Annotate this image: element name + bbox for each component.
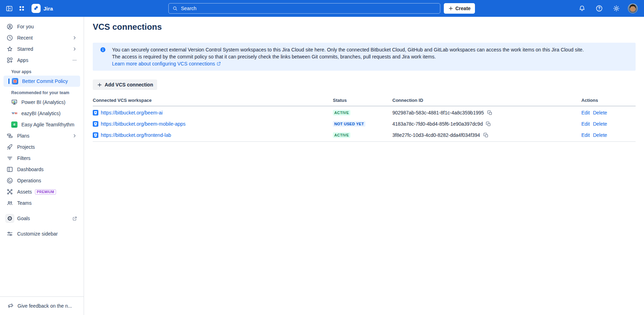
sidebar-item-label: Operations (17, 178, 41, 183)
edit-link[interactable]: Edit (581, 110, 590, 115)
premium-badge: PREMIUM (35, 189, 56, 195)
status-badge: NOT USED YET (333, 121, 365, 127)
search-icon (172, 6, 178, 11)
delete-link[interactable]: Delete (593, 110, 607, 115)
sidebar-item-label: For you (17, 24, 34, 29)
sidebar-item-recent[interactable]: Recent (4, 32, 80, 43)
sidebar-item-plans[interactable]: Plans (4, 130, 80, 141)
goals-target-icon (5, 214, 14, 223)
clock-icon (6, 34, 13, 41)
sidebar-item-starred[interactable]: Starred (4, 43, 80, 55)
better-commit-policy-icon (12, 78, 18, 84)
sidebar-item-easy-agile-teamrhythm[interactable]: e Easy Agile TeamRhythm (4, 119, 80, 130)
dashboard-icon (6, 166, 13, 173)
your-apps-section-label: Your apps (11, 69, 80, 74)
learn-more-label: Learn more about configuring VCS connect… (112, 60, 215, 67)
table-body: https://bitbucket.org/beem-ai ACTIVE 902… (93, 106, 636, 142)
sidebar-item-power-bi[interactable]: Power BI (Analytics) (4, 97, 80, 108)
main-content: VCS connections You can securely connect… (84, 17, 644, 315)
banner-line-2: The access is required by the commit pol… (112, 53, 584, 60)
app-name: Jira (43, 6, 53, 12)
topbar-left-cluster: Jira (4, 0, 53, 17)
global-search[interactable] (168, 3, 440, 14)
svg-text:e: e (13, 122, 15, 126)
sidebar-item-filters[interactable]: Filters (4, 153, 80, 164)
chevron-right-icon[interactable] (72, 35, 77, 41)
settings-button[interactable] (611, 3, 622, 14)
collapse-sidebar-icon (6, 5, 13, 12)
question-circle-icon (595, 5, 603, 12)
chevron-right-icon[interactable] (72, 133, 77, 139)
jira-home-logo[interactable]: Jira (31, 4, 53, 13)
app-switcher-button[interactable] (16, 3, 27, 14)
create-button[interactable]: Create (444, 3, 475, 14)
sidebar-item-label: Goals (17, 216, 30, 221)
help-button[interactable] (594, 3, 605, 14)
user-avatar[interactable] (628, 4, 638, 13)
sidebar-item-label: Assets (17, 189, 32, 195)
info-banner: You can securely connect external Versio… (93, 43, 636, 71)
edit-link[interactable]: Edit (581, 121, 590, 127)
col-header-connection-id: Connection ID (392, 98, 581, 103)
megaphone-icon (7, 302, 14, 309)
info-icon (100, 46, 106, 67)
table-row: https://bitbucket.org/frontend-lab ACTIV… (93, 130, 636, 141)
topbar-right-cluster (576, 0, 644, 17)
bitbucket-icon (93, 110, 98, 115)
banner-line-1: You can securely connect external Versio… (112, 46, 584, 53)
sidebar-item-projects[interactable]: Projects (4, 141, 80, 153)
top-navigation-bar: Jira Create (0, 0, 644, 17)
sidebar-item-label: Customize sidebar (17, 231, 58, 237)
workspace-link[interactable]: https://bitbucket.org/frontend-lab (101, 132, 171, 138)
gear-icon (612, 5, 620, 12)
copy-connection-id-button[interactable] (486, 121, 491, 127)
eazybi-icon: BI (11, 110, 18, 117)
sidebar-item-for-you[interactable]: For you (4, 21, 80, 32)
sidebar-item-eazybi[interactable]: BI eazyBI (Analytics) (4, 108, 80, 119)
workspace-link[interactable]: https://bitbucket.org/beem-mobile-apps (101, 121, 186, 127)
sidebar-item-operations[interactable]: Operations (4, 175, 80, 186)
copy-connection-id-button[interactable] (483, 133, 489, 138)
copy-connection-id-button[interactable] (487, 110, 492, 115)
vcs-connections-table: Connected VCS workspace Status Connectio… (93, 98, 636, 142)
collapse-sidebar-button[interactable] (4, 3, 15, 14)
search-input[interactable] (180, 5, 436, 12)
sliders-icon (6, 230, 13, 237)
plus-icon (448, 6, 454, 11)
page-title: VCS connections (93, 22, 636, 32)
edit-link[interactable]: Edit (581, 132, 590, 138)
sidebar-item-dashboards[interactable]: Dashboards (4, 164, 80, 175)
more-icon[interactable] (72, 57, 77, 63)
sidebar-item-assets[interactable]: Assets PREMIUM (4, 186, 80, 197)
sidebar-item-label: Starred (17, 46, 33, 52)
connection-id: 3f8e27fc-10d3-4cd0-8282-dda4f034f394 (392, 132, 480, 138)
app-switcher-icon (18, 5, 25, 12)
sidebar-item-customize[interactable]: Customize sidebar (4, 228, 80, 239)
sidebar-item-better-commit-policy[interactable]: Better Commit Policy (4, 76, 80, 87)
teams-icon (6, 200, 13, 206)
delete-link[interactable]: Delete (593, 132, 607, 138)
workspace-link[interactable]: https://bitbucket.org/beem-ai (101, 110, 163, 115)
filter-icon (6, 155, 13, 162)
delete-link[interactable]: Delete (593, 121, 607, 127)
status-badge: ACTIVE (333, 132, 350, 138)
learn-more-link[interactable]: Learn more about configuring VCS connect… (112, 60, 221, 67)
apps-grid-icon (6, 57, 13, 64)
sidebar-item-apps[interactable]: Apps (4, 55, 80, 66)
sidebar-item-teams[interactable]: Teams (4, 197, 80, 209)
col-header-workspace: Connected VCS workspace (93, 98, 333, 103)
feedback-label: Give feedback on the n... (18, 303, 72, 309)
sidebar-item-label: Apps (17, 57, 28, 63)
external-link-icon (72, 216, 77, 221)
sidebar-item-label: Projects (17, 144, 35, 150)
table-row: https://bitbucket.org/beem-ai ACTIVE 902… (93, 107, 636, 118)
add-vcs-connection-button[interactable]: Add VCS connection (93, 79, 157, 90)
sidebar-item-label: Filters (17, 155, 30, 161)
col-header-status: Status (333, 98, 392, 103)
sidebar-item-label: Dashboards (17, 167, 44, 172)
external-link-icon (216, 61, 221, 66)
sidebar-item-goals[interactable]: Goals (4, 213, 80, 224)
chevron-right-icon[interactable] (72, 46, 77, 52)
notifications-button[interactable] (576, 3, 588, 14)
give-feedback-button[interactable]: Give feedback on the n... (0, 296, 84, 315)
